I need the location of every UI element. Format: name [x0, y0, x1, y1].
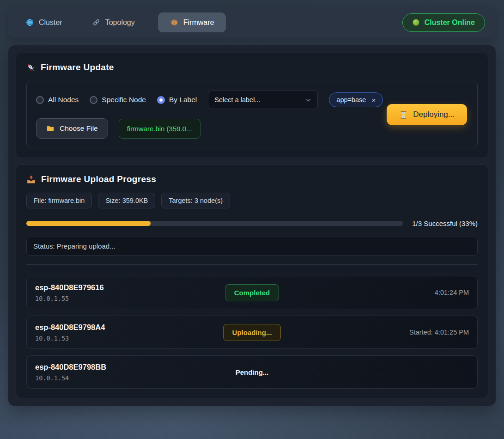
radio-all-nodes-label: All Nodes — [48, 96, 79, 104]
page: Cluster Topology Firmware Cluster Online — [0, 0, 504, 413]
tab-topology[interactable]: Topology — [85, 12, 141, 32]
node-3-info: esp-840D8E9798BB 10.0.1.54 — [35, 363, 227, 382]
cluster-online-label: Cluster Online — [425, 18, 475, 27]
node-row-1: esp-840D8E979616 10.0.1.55 Completed 4:0… — [26, 276, 478, 309]
file-row: Choose File firmware.bin (359.0... — [36, 118, 383, 139]
node-ip: 10.0.1.54 — [35, 374, 227, 382]
label-select-placeholder: Select a label... — [214, 96, 260, 104]
node-2-status-wrap: Uploading... — [223, 324, 281, 341]
deploy-form-panel: All Nodes Specific Node By Label Select … — [26, 81, 478, 148]
node-ip: 10.0.1.55 — [35, 295, 225, 302]
green-circle-icon — [413, 19, 419, 26]
node-name: esp-840D8E9798A4 — [35, 323, 223, 332]
file-badge: File: firmware.bin — [26, 193, 92, 208]
progress-track — [26, 221, 403, 226]
radio-specific-node[interactable]: Specific Node — [90, 96, 146, 104]
radio-by-label-label: By Label — [169, 96, 197, 104]
chip-remove-icon[interactable]: × — [371, 97, 376, 104]
radio-all-nodes[interactable]: All Nodes — [36, 96, 79, 104]
tab-firmware[interactable]: Firmware — [158, 12, 226, 32]
upload-progress-title: Firmware Upload Progress — [41, 174, 156, 184]
tab-cluster[interactable]: Cluster — [19, 12, 69, 32]
status-badge: Uploading... — [223, 324, 281, 341]
radio-specific-node-label: Specific Node — [102, 96, 146, 104]
node-2-time: Started: 4:01:25 PM — [281, 329, 469, 336]
radio-by-label[interactable]: By Label — [157, 96, 197, 104]
cluster-online-badge: Cluster Online — [402, 13, 485, 32]
folder-icon — [46, 124, 55, 133]
nav-bar: Cluster Topology Firmware Cluster Online — [8, 6, 496, 38]
firmware-update-title: Firmware Update — [41, 62, 114, 73]
status-box: Status: Preparing upload... — [26, 237, 478, 256]
link-icon — [92, 18, 101, 27]
radio-specific-node-control[interactable] — [90, 96, 97, 104]
rocket-icon — [26, 63, 36, 72]
selected-label-chip-text: app=base — [336, 96, 366, 104]
node-name: esp-840D8E9798BB — [35, 363, 227, 372]
node-ip: 10.0.1.53 — [35, 335, 223, 342]
upload-progress-title-row: Firmware Upload Progress — [26, 174, 478, 184]
upload-progress-card: Firmware Upload Progress File: firmware.… — [16, 165, 488, 398]
globe-icon — [25, 18, 34, 27]
choose-file-label: Choose File — [60, 124, 98, 133]
main-panel: Firmware Update All Nodes Specific Node — [8, 45, 496, 406]
status-badge: Completed — [225, 284, 279, 301]
radio-all-nodes-control[interactable] — [36, 96, 44, 104]
upload-tray-icon — [26, 175, 36, 184]
node-row-2: esp-840D8E9798A4 10.0.1.53 Uploading... … — [26, 316, 478, 349]
deploy-form-left: All Nodes Specific Node By Label Select … — [36, 91, 383, 139]
status-badge: Pending... — [227, 364, 278, 380]
tab-cluster-label: Cluster — [39, 18, 62, 27]
progress-fill — [26, 221, 151, 226]
tab-firmware-label: Firmware — [183, 18, 214, 27]
node-1-info: esp-840D8E979616 10.0.1.55 — [35, 283, 225, 302]
selected-file-name: firmware.bin (359.0... — [119, 119, 200, 139]
node-2-info: esp-840D8E9798A4 10.0.1.53 — [35, 323, 223, 342]
node-name: esp-840D8E979616 — [35, 283, 225, 292]
chevron-down-icon — [305, 97, 311, 103]
choose-file-button[interactable]: Choose File — [36, 118, 108, 139]
package-icon — [170, 18, 179, 27]
progress-label: 1/3 Successful (33%) — [412, 220, 478, 227]
divider — [26, 264, 478, 265]
label-select[interactable]: Select a label... — [208, 91, 318, 109]
upload-meta-row: File: firmware.bin Size: 359.0KB Targets… — [26, 193, 478, 208]
radio-by-label-control[interactable] — [157, 96, 165, 104]
node-1-status-wrap: Completed — [225, 284, 279, 301]
firmware-update-title-row: Firmware Update — [26, 62, 478, 73]
tab-topology-label: Topology — [105, 18, 135, 27]
deploy-button[interactable]: Deploying... — [387, 104, 467, 125]
selected-label-chip: app=base × — [329, 92, 383, 107]
node-1-time: 4:01:24 PM — [279, 289, 469, 296]
target-mode-row: All Nodes Specific Node By Label Select … — [36, 91, 383, 109]
size-badge: Size: 359.0KB — [98, 193, 155, 208]
node-3-status-wrap: Pending... — [227, 364, 278, 380]
hourglass-icon — [399, 110, 408, 119]
progress-row: 1/3 Successful (33%) — [26, 220, 478, 227]
targets-badge: Targets: 3 node(s) — [161, 193, 230, 208]
deploy-button-label: Deploying... — [413, 110, 455, 119]
firmware-update-card: Firmware Update All Nodes Specific Node — [16, 53, 488, 158]
node-row-3: esp-840D8E9798BB 10.0.1.54 Pending... — [26, 355, 478, 389]
